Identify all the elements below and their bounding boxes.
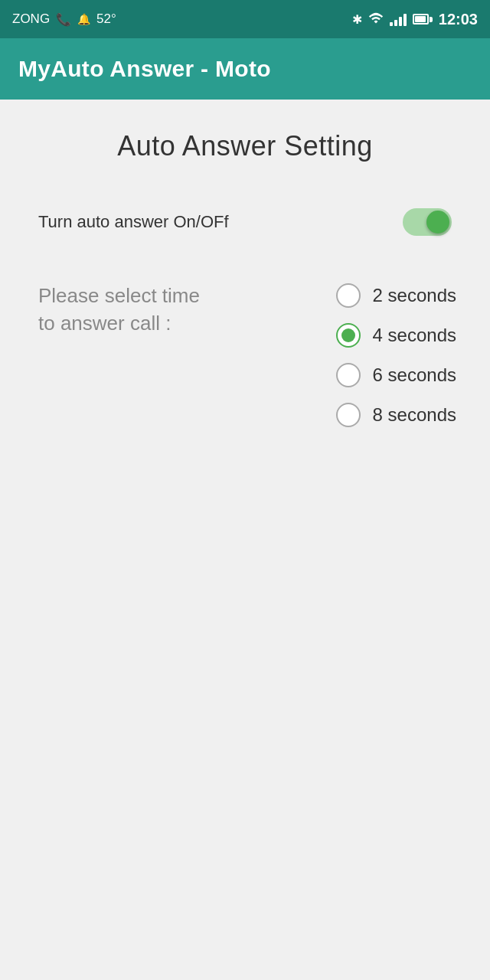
toggle-thumb <box>426 211 449 234</box>
status-bar: ZONG 📞 🔔 52° ✱ 12:03 <box>0 0 490 38</box>
radio-circle-2s <box>336 283 361 308</box>
radio-section-label: Please select time to answer call : <box>31 274 333 338</box>
radio-option-2s[interactable]: 2 seconds <box>333 277 459 314</box>
radio-option-4s[interactable]: 4 seconds <box>333 317 459 354</box>
radio-option-6s[interactable]: 6 seconds <box>333 357 459 394</box>
battery-icon <box>413 14 433 24</box>
radio-label-8s: 8 seconds <box>373 404 456 426</box>
bluetooth-icon: ✱ <box>352 12 362 27</box>
signal-strength-icon <box>390 12 407 26</box>
page-heading: Auto Answer Setting <box>23 130 467 162</box>
app-title: MyAuto Answer - Moto <box>18 56 271 82</box>
toggle-label: Turn auto answer On/OFf <box>38 212 229 232</box>
radio-label-line2: to answer call : <box>38 312 171 335</box>
toggle-row: Turn auto answer On/OFf <box>23 201 467 243</box>
missed-call-icon: 📞 <box>56 12 71 27</box>
main-content: Auto Answer Setting Turn auto answer On/… <box>0 100 490 980</box>
wifi-icon <box>368 11 384 27</box>
radio-circle-4s <box>336 323 361 348</box>
radio-circle-8s <box>336 403 361 427</box>
radio-options: 2 seconds 4 seconds 6 seconds 8 seconds <box>333 274 459 433</box>
radio-section: Please select time to answer call : 2 se… <box>23 274 467 433</box>
radio-circle-6s <box>336 363 361 387</box>
time-label: 12:03 <box>439 11 478 28</box>
radio-label-2s: 2 seconds <box>373 285 456 306</box>
carrier-label: ZONG <box>12 11 50 27</box>
notifications-icon: 🔔 <box>77 13 90 25</box>
app-bar: MyAuto Answer - Moto <box>0 38 490 100</box>
radio-label-line1: Please select time <box>38 284 200 307</box>
radio-label-6s: 6 seconds <box>373 364 456 386</box>
temperature-label: 52° <box>96 11 116 27</box>
auto-answer-toggle[interactable] <box>403 208 452 236</box>
status-bar-right: ✱ 12:03 <box>352 11 478 28</box>
radio-label-4s: 4 seconds <box>373 325 456 346</box>
radio-option-8s[interactable]: 8 seconds <box>333 397 459 433</box>
status-bar-left: ZONG 📞 🔔 52° <box>12 11 116 27</box>
